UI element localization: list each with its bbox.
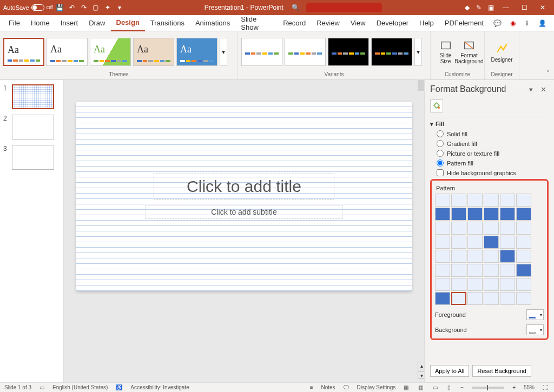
pattern-swatch[interactable] xyxy=(484,194,499,207)
accessibility-label[interactable]: Accessibility: Investigate xyxy=(130,384,189,390)
fit-icon[interactable]: ⛶ xyxy=(541,384,550,390)
save-icon[interactable]: 💾 xyxy=(55,3,65,12)
tab-file[interactable]: File xyxy=(3,15,25,31)
scroll-indicator[interactable] xyxy=(418,80,424,91)
slide-canvas[interactable]: Click to add title Click to add subtitle xyxy=(76,102,412,291)
pattern-swatch[interactable] xyxy=(435,278,450,291)
sorter-view-icon[interactable]: ▥ xyxy=(417,384,425,390)
display-icon[interactable]: 🖵 xyxy=(342,384,351,390)
tab-record[interactable]: Record xyxy=(278,15,311,31)
reset-background-button[interactable]: Reset Background xyxy=(472,365,531,377)
tab-insert[interactable]: Insert xyxy=(55,15,84,31)
theme-office[interactable]: Aa xyxy=(3,38,44,66)
pattern-swatch[interactable] xyxy=(467,222,483,235)
pen-icon[interactable]: ✎ xyxy=(474,3,484,12)
pattern-swatch[interactable] xyxy=(484,264,499,277)
title-placeholder[interactable]: Click to add title xyxy=(154,174,334,200)
solid-fill-radio[interactable]: Solid fill xyxy=(437,130,549,137)
pattern-swatch[interactable] xyxy=(467,208,483,221)
toggle-switch[interactable] xyxy=(31,4,44,11)
pattern-swatch[interactable] xyxy=(500,278,515,291)
pattern-swatch[interactable] xyxy=(467,292,483,305)
slide-size-button[interactable]: Slide Size xyxy=(434,34,457,70)
pattern-swatch[interactable] xyxy=(451,208,466,221)
pattern-swatch[interactable] xyxy=(435,264,450,277)
variant-3[interactable] xyxy=(328,38,369,66)
tab-home[interactable]: Home xyxy=(25,15,55,31)
search-icon[interactable]: 🔍 xyxy=(291,3,301,12)
pattern-swatch[interactable] xyxy=(451,292,466,305)
themes-more[interactable]: ▾ xyxy=(220,38,227,66)
pane-close-icon[interactable]: ✕ xyxy=(538,85,549,94)
pattern-swatch[interactable] xyxy=(435,236,450,249)
format-background-button[interactable]: Format Background xyxy=(457,34,481,70)
pattern-swatch[interactable] xyxy=(516,278,531,291)
pattern-swatch[interactable] xyxy=(467,278,483,291)
zoom-out-icon[interactable]: − xyxy=(459,384,465,390)
display-label[interactable]: Display Settings xyxy=(357,384,396,390)
pattern-swatch[interactable] xyxy=(451,264,466,277)
pattern-swatch[interactable] xyxy=(500,264,515,277)
variant-1[interactable] xyxy=(241,38,282,66)
picture-fill-radio[interactable]: Picture or texture fill xyxy=(437,150,549,157)
designer-button[interactable]: Designer xyxy=(488,34,516,70)
tab-transitions[interactable]: Transitions xyxy=(145,15,190,31)
pattern-swatch[interactable] xyxy=(484,278,499,291)
next-slide-icon[interactable]: ▾ xyxy=(418,371,424,379)
collapse-ribbon-icon[interactable]: ˄ xyxy=(546,70,550,77)
pattern-swatch[interactable] xyxy=(435,208,450,221)
theme-3[interactable]: Aa xyxy=(90,38,131,66)
diamond-icon[interactable]: ◆ xyxy=(462,3,472,12)
pattern-swatch[interactable] xyxy=(467,264,483,277)
pattern-swatch[interactable] xyxy=(484,208,499,221)
pattern-swatch[interactable] xyxy=(484,250,499,263)
tab-developer[interactable]: Developer xyxy=(371,15,414,31)
theme-4[interactable]: Aa xyxy=(133,38,174,66)
foreground-color-button[interactable] xyxy=(526,309,544,320)
pattern-swatch[interactable] xyxy=(516,236,531,249)
apply-all-button[interactable]: Apply to All xyxy=(430,365,469,377)
pattern-swatch[interactable] xyxy=(500,292,515,305)
pattern-swatch[interactable] xyxy=(435,292,450,305)
pattern-swatch[interactable] xyxy=(516,292,531,305)
zoom-in-icon[interactable]: + xyxy=(511,384,517,390)
pattern-fill-radio[interactable]: Pattern fill xyxy=(437,160,549,167)
slide-thumb-3[interactable]: 3 xyxy=(3,145,60,170)
notes-label[interactable]: Notes xyxy=(321,384,335,390)
pattern-swatch[interactable] xyxy=(500,194,515,207)
tab-review[interactable]: Review xyxy=(311,15,345,31)
pattern-swatch[interactable] xyxy=(516,222,531,235)
pattern-swatch[interactable] xyxy=(500,222,515,235)
pattern-swatch[interactable] xyxy=(516,194,531,207)
pattern-swatch[interactable] xyxy=(451,250,466,263)
hide-bg-checkbox[interactable]: Hide background graphics xyxy=(437,169,549,176)
normal-view-icon[interactable]: ▦ xyxy=(402,384,410,390)
tab-help[interactable]: Help xyxy=(414,15,439,31)
tab-animations[interactable]: Animations xyxy=(190,15,235,31)
share-icon[interactable]: ⇪ xyxy=(520,15,534,31)
pattern-swatch[interactable] xyxy=(484,292,499,305)
pattern-swatch[interactable] xyxy=(467,250,483,263)
pattern-swatch[interactable] xyxy=(484,222,499,235)
pattern-swatch[interactable] xyxy=(467,194,483,207)
tab-view[interactable]: View xyxy=(345,15,371,31)
variant-2[interactable] xyxy=(285,38,326,66)
tab-design[interactable]: Design xyxy=(111,15,145,31)
tab-pdfelement[interactable]: PDFelement xyxy=(439,15,489,31)
pattern-swatch[interactable] xyxy=(435,222,450,235)
fill-tab-icon[interactable] xyxy=(430,99,443,112)
pattern-swatch[interactable] xyxy=(516,208,531,221)
notes-icon[interactable]: ≡ xyxy=(308,384,315,390)
pattern-swatch[interactable] xyxy=(516,250,531,263)
theme-2[interactable]: Aa xyxy=(47,38,88,66)
autosave-toggle[interactable]: AutoSave Off xyxy=(3,4,53,11)
variant-4[interactable] xyxy=(371,38,412,66)
pattern-swatch[interactable] xyxy=(516,264,531,277)
spell-icon[interactable]: ▭ xyxy=(38,384,46,390)
close-button[interactable]: ✕ xyxy=(535,0,551,15)
pattern-swatch[interactable] xyxy=(500,208,515,221)
pattern-swatch[interactable] xyxy=(435,194,450,207)
theme-5[interactable]: Aa xyxy=(176,38,217,66)
pane-options-icon[interactable]: ▾ xyxy=(527,85,535,94)
pattern-swatch[interactable] xyxy=(500,250,515,263)
